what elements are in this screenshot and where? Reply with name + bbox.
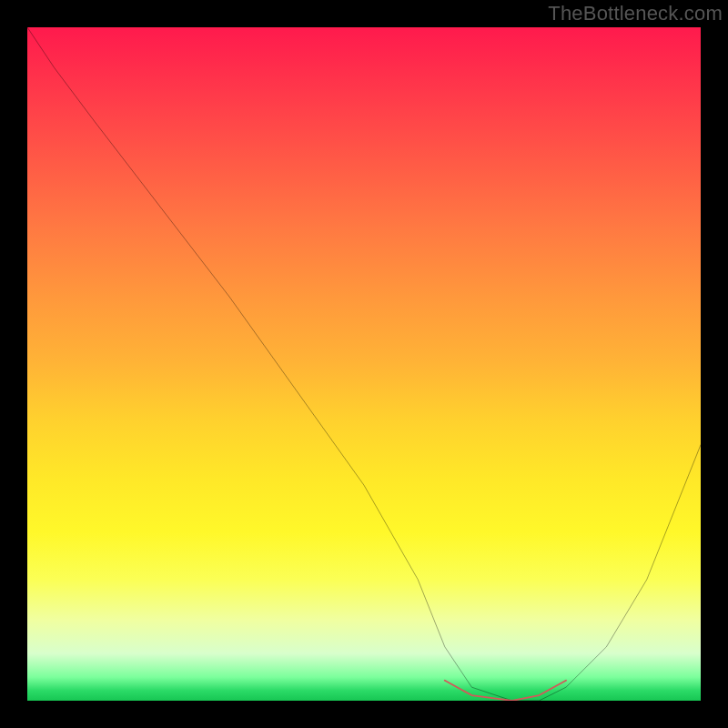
bottleneck-curve (27, 27, 701, 701)
chart-frame: TheBottleneck.com (0, 0, 728, 728)
optimal-range-marker (445, 681, 566, 701)
watermark-text: TheBottleneck.com (548, 2, 723, 25)
plot-area (27, 27, 701, 701)
chart-svg (27, 27, 701, 701)
